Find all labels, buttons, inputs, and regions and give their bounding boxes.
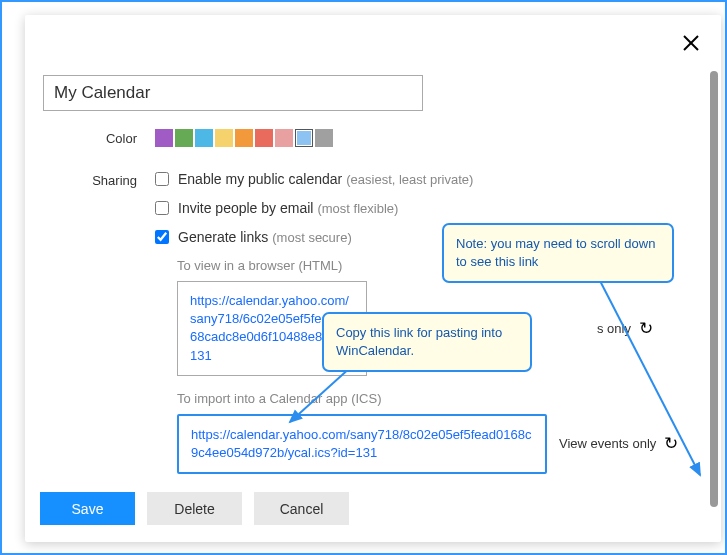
color-swatch[interactable] bbox=[235, 129, 253, 147]
color-swatch[interactable] bbox=[175, 129, 193, 147]
invite-email-label: Invite people by email bbox=[178, 200, 313, 216]
enable-public-label: Enable my public calendar bbox=[178, 171, 342, 187]
calendar-name-input[interactable] bbox=[43, 75, 423, 111]
delete-button[interactable]: Delete bbox=[147, 492, 242, 525]
callout-scroll-note: Note: you may need to scroll down to see… bbox=[442, 223, 674, 283]
ics-link-label: To import into a Calendar app (ICS) bbox=[177, 391, 681, 406]
color-swatch[interactable] bbox=[195, 129, 213, 147]
close-icon bbox=[681, 33, 701, 53]
sharing-label: Sharing bbox=[40, 171, 155, 489]
save-button[interactable]: Save bbox=[40, 492, 135, 525]
enable-public-hint: (easiest, least private) bbox=[346, 172, 473, 187]
ics-link-section: To import into a Calendar app (ICS) http… bbox=[177, 391, 681, 474]
color-swatch[interactable] bbox=[215, 129, 233, 147]
close-button[interactable] bbox=[681, 33, 701, 56]
enable-public-checkbox[interactable] bbox=[155, 172, 169, 186]
invite-email-hint: (most flexible) bbox=[317, 201, 398, 216]
annotated-screenshot-frame: Color Sharing Enable my public calendar … bbox=[0, 0, 727, 555]
color-swatch[interactable] bbox=[155, 129, 173, 147]
generate-links-label: Generate links bbox=[178, 229, 268, 245]
color-row: Color bbox=[40, 129, 681, 147]
color-swatch[interactable] bbox=[275, 129, 293, 147]
color-label: Color bbox=[40, 129, 155, 147]
cancel-button[interactable]: Cancel bbox=[254, 492, 349, 525]
invite-email-option[interactable]: Invite people by email (most flexible) bbox=[155, 200, 681, 216]
ics-permission-text: View events only bbox=[559, 436, 656, 451]
color-swatch[interactable] bbox=[295, 129, 313, 147]
button-bar: Save Delete Cancel bbox=[40, 492, 349, 525]
ics-link-box[interactable]: https://calendar.yahoo.com/sany718/8c02e… bbox=[177, 414, 547, 474]
generate-links-checkbox[interactable] bbox=[155, 230, 169, 244]
refresh-icon[interactable]: ↻ bbox=[664, 433, 678, 454]
refresh-icon[interactable]: ↻ bbox=[639, 318, 653, 339]
color-swatch[interactable] bbox=[255, 129, 273, 147]
callout-copy-link: Copy this link for pasting into WinCalen… bbox=[322, 312, 532, 372]
color-swatches bbox=[155, 129, 681, 147]
scrollbar[interactable] bbox=[710, 71, 718, 507]
generate-links-hint: (most secure) bbox=[272, 230, 351, 245]
color-swatch[interactable] bbox=[315, 129, 333, 147]
html-permission-text: s only bbox=[597, 321, 631, 336]
enable-public-option[interactable]: Enable my public calendar (easiest, leas… bbox=[155, 171, 681, 187]
invite-email-checkbox[interactable] bbox=[155, 201, 169, 215]
